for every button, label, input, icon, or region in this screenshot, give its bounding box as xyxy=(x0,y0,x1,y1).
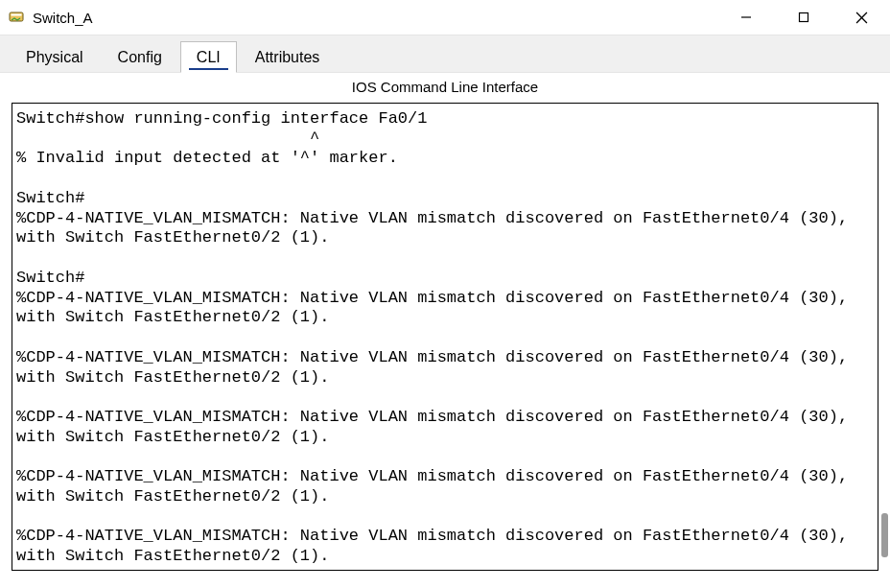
scrollbar-thumb[interactable] xyxy=(881,513,888,557)
app-icon xyxy=(8,9,25,26)
close-button[interactable] xyxy=(832,0,890,35)
maximize-button[interactable] xyxy=(775,0,832,35)
cli-terminal[interactable]: Switch#show running-config interface Fa0… xyxy=(12,103,878,571)
minimize-button[interactable] xyxy=(717,0,775,35)
window-controls xyxy=(717,0,890,35)
tab-physical[interactable]: Physical xyxy=(10,41,100,73)
tab-cli[interactable]: CLI xyxy=(180,41,237,73)
window-title: Switch_A xyxy=(33,10,717,26)
tab-attributes[interactable]: Attributes xyxy=(239,41,337,73)
svg-rect-3 xyxy=(800,13,808,22)
tab-config[interactable]: Config xyxy=(102,41,178,73)
cli-subtitle: IOS Command Line Interface xyxy=(0,73,890,99)
titlebar: Switch_A xyxy=(0,0,890,35)
tabstrip: Physical Config CLI Attributes xyxy=(0,35,890,73)
svg-rect-1 xyxy=(12,14,22,16)
